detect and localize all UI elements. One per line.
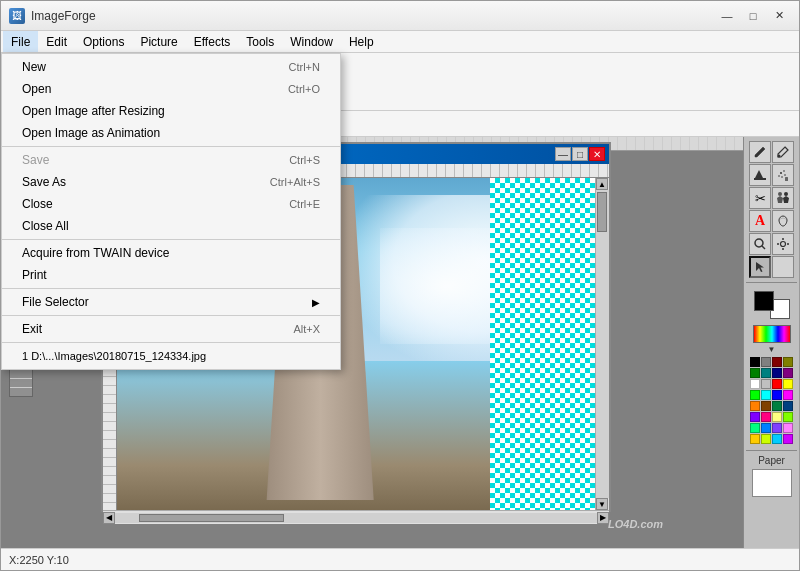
color-chartreuse[interactable] bbox=[783, 412, 793, 422]
foreground-color[interactable] bbox=[754, 291, 774, 311]
window-title: ImageForge bbox=[31, 9, 96, 23]
vscroll-track[interactable] bbox=[596, 190, 609, 498]
color-cyan[interactable] bbox=[761, 390, 771, 400]
color-magenta[interactable] bbox=[783, 390, 793, 400]
color-springgreen[interactable] bbox=[750, 423, 760, 433]
menu-close-all[interactable]: Close All bbox=[2, 215, 340, 237]
color-mediumpurple[interactable] bbox=[772, 423, 782, 433]
color-gray[interactable] bbox=[761, 357, 771, 367]
menu-picture[interactable]: Picture bbox=[132, 31, 185, 52]
menu-file-selector[interactable]: File Selector ▶ bbox=[2, 291, 340, 313]
image-hscroll[interactable]: ◀ ▶ bbox=[103, 510, 609, 524]
color-wheel-button[interactable] bbox=[753, 325, 791, 343]
menu-new-label: New bbox=[22, 60, 46, 74]
image-minimize-button[interactable]: — bbox=[555, 147, 571, 161]
hscroll-thumb[interactable] bbox=[139, 514, 284, 522]
color-darkblue[interactable] bbox=[783, 401, 793, 411]
menu-file[interactable]: File bbox=[3, 31, 38, 52]
paper-swatch[interactable] bbox=[752, 469, 792, 497]
color-silver[interactable] bbox=[761, 379, 771, 389]
menu-close[interactable]: Close Ctrl+E bbox=[2, 193, 340, 215]
person-tool[interactable] bbox=[772, 187, 794, 209]
maximize-button[interactable]: □ bbox=[741, 6, 765, 26]
hscroll-left[interactable]: ◀ bbox=[103, 512, 115, 524]
transparent-checker bbox=[490, 178, 595, 510]
color-navy[interactable] bbox=[772, 368, 782, 378]
menu-effects[interactable]: Effects bbox=[186, 31, 238, 52]
pencil-tool[interactable] bbox=[749, 141, 771, 163]
vscroll-down[interactable]: ▼ bbox=[596, 498, 608, 510]
color-maroon[interactable] bbox=[772, 357, 782, 367]
file-dropdown-menu: New Ctrl+N Open Ctrl+O Open Image after … bbox=[1, 53, 341, 370]
color-plum[interactable] bbox=[783, 423, 793, 433]
app-icon: 🖼 bbox=[9, 8, 25, 24]
color-black[interactable] bbox=[750, 357, 760, 367]
color-blueviolet[interactable] bbox=[783, 434, 793, 444]
zoom-tool[interactable] bbox=[749, 233, 771, 255]
image-restore-button[interactable]: □ bbox=[572, 147, 588, 161]
tool-row-2 bbox=[749, 164, 794, 186]
image-vscroll[interactable]: ▲ ▼ bbox=[595, 178, 609, 510]
brush-tool[interactable] bbox=[772, 141, 794, 163]
blur-tool[interactable] bbox=[772, 210, 794, 232]
menu-close-all-label: Close All bbox=[22, 219, 69, 233]
color-yellow[interactable] bbox=[783, 379, 793, 389]
menu-acquire[interactable]: Acquire from TWAIN device bbox=[2, 242, 340, 264]
menu-options[interactable]: Options bbox=[75, 31, 132, 52]
image-close-button[interactable]: ✕ bbox=[589, 147, 605, 161]
menu-close-label: Close bbox=[22, 197, 53, 211]
color-dropdown-btn[interactable]: ▼ bbox=[768, 345, 776, 354]
menu-help[interactable]: Help bbox=[341, 31, 382, 52]
color-brown[interactable] bbox=[761, 401, 771, 411]
menu-new[interactable]: New Ctrl+N bbox=[2, 56, 340, 78]
svg-rect-10 bbox=[785, 177, 788, 181]
minimize-button[interactable]: — bbox=[715, 6, 739, 26]
menu-recent-file[interactable]: 1 D:\...\Images\20180715_124334.jpg bbox=[2, 345, 340, 367]
color-purple[interactable] bbox=[783, 368, 793, 378]
svg-point-9 bbox=[781, 176, 783, 178]
color-greenyellow[interactable] bbox=[761, 434, 771, 444]
color-teal[interactable] bbox=[761, 368, 771, 378]
fill-tool[interactable] bbox=[749, 164, 771, 186]
menu-acquire-label: Acquire from TWAIN device bbox=[22, 246, 169, 260]
menu-print[interactable]: Print bbox=[2, 264, 340, 286]
text-tool[interactable]: A bbox=[749, 210, 771, 232]
menu-save-as[interactable]: Save As Ctrl+Alt+S bbox=[2, 171, 340, 193]
color-green[interactable] bbox=[750, 368, 760, 378]
color-hotpink[interactable] bbox=[761, 412, 771, 422]
settings-tool[interactable] bbox=[772, 233, 794, 255]
color-violet[interactable] bbox=[750, 412, 760, 422]
color-orange[interactable] bbox=[750, 401, 760, 411]
menu-exit[interactable]: Exit Alt+X bbox=[2, 318, 340, 340]
menu-save-as-label: Save As bbox=[22, 175, 66, 189]
cursor-tool[interactable] bbox=[749, 256, 771, 278]
menu-open-animation[interactable]: Open Image as Animation bbox=[2, 122, 340, 144]
hscroll-track[interactable] bbox=[115, 513, 597, 523]
close-button[interactable]: ✕ bbox=[767, 6, 791, 26]
menu-exit-shortcut: Alt+X bbox=[293, 323, 320, 335]
color-dodgerblue[interactable] bbox=[761, 423, 771, 433]
color-lightyellow[interactable] bbox=[772, 412, 782, 422]
color-gold[interactable] bbox=[750, 434, 760, 444]
menu-window[interactable]: Window bbox=[282, 31, 341, 52]
color-deepskyblue[interactable] bbox=[772, 434, 782, 444]
color-olive[interactable] bbox=[783, 357, 793, 367]
color-red[interactable] bbox=[772, 379, 782, 389]
scissors-tool[interactable]: ✂ bbox=[749, 187, 771, 209]
menu-edit[interactable]: Edit bbox=[38, 31, 75, 52]
color-blue[interactable] bbox=[772, 390, 782, 400]
svg-point-13 bbox=[755, 239, 763, 247]
color-darkgreen[interactable] bbox=[772, 401, 782, 411]
spray-tool[interactable] bbox=[772, 164, 794, 186]
vscroll-up[interactable]: ▲ bbox=[596, 178, 608, 190]
menu-open[interactable]: Open Ctrl+O bbox=[2, 78, 340, 100]
svg-point-19 bbox=[787, 243, 789, 245]
tool-row-3: ✂ bbox=[749, 187, 794, 209]
menu-open-resize[interactable]: Open Image after Resizing bbox=[2, 100, 340, 122]
color-white[interactable] bbox=[750, 379, 760, 389]
vscroll-thumb[interactable] bbox=[597, 192, 607, 232]
svg-rect-4 bbox=[754, 178, 766, 180]
main-window: 🖼 ImageForge — □ ✕ File Edit Options Pic… bbox=[0, 0, 800, 571]
menu-tools[interactable]: Tools bbox=[238, 31, 282, 52]
color-lime[interactable] bbox=[750, 390, 760, 400]
